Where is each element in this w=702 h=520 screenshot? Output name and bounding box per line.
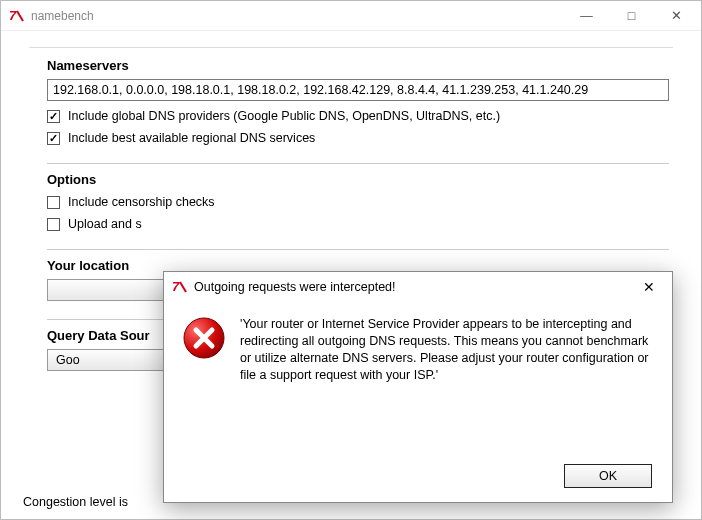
dialog-close-button[interactable]: ✕	[628, 274, 670, 300]
main-window: 7 namebench — □ ✕ Nameservers Include gl…	[0, 0, 702, 520]
upload-checkbox[interactable]	[47, 218, 60, 231]
titlebar: 7 namebench — □ ✕	[1, 1, 701, 31]
include-regional-checkbox[interactable]	[47, 132, 60, 145]
upload-label: Upload and s	[68, 217, 142, 231]
include-regional-label: Include best available regional DNS serv…	[68, 131, 315, 145]
censorship-row[interactable]: Include censorship checks	[47, 195, 669, 209]
query-data-value: Goo	[56, 353, 80, 367]
window-title: namebench	[31, 9, 564, 23]
options-heading: Options	[47, 163, 669, 187]
close-icon: ✕	[643, 279, 655, 295]
app-icon: 7	[9, 8, 25, 24]
close-button[interactable]: ✕	[654, 2, 699, 30]
include-global-row[interactable]: Include global DNS providers (Google Pub…	[47, 109, 669, 123]
dialog-footer: OK	[564, 464, 652, 488]
svg-text:7: 7	[9, 8, 17, 23]
error-dialog: 7 Outgoing requests were intercepted! ✕	[163, 271, 673, 503]
minimize-button[interactable]: —	[564, 2, 609, 30]
include-global-checkbox[interactable]	[47, 110, 60, 123]
censorship-label: Include censorship checks	[68, 195, 215, 209]
dialog-body: 'Your router or Internet Service Provide…	[164, 302, 672, 394]
censorship-checkbox[interactable]	[47, 196, 60, 209]
nameservers-input[interactable]	[47, 79, 669, 101]
location-heading: Your location	[47, 249, 669, 273]
location-dropdown[interactable]	[47, 279, 167, 301]
error-icon	[182, 316, 226, 360]
status-text: Congestion level is	[23, 495, 128, 509]
dialog-title: Outgoing requests were intercepted!	[194, 280, 628, 294]
include-regional-row[interactable]: Include best available regional DNS serv…	[47, 131, 669, 145]
upload-row[interactable]: Upload and s	[47, 217, 669, 231]
ok-button[interactable]: OK	[564, 464, 652, 488]
include-global-label: Include global DNS providers (Google Pub…	[68, 109, 500, 123]
dialog-message: 'Your router or Internet Service Provide…	[240, 316, 652, 384]
maximize-button[interactable]: □	[609, 2, 654, 30]
query-data-dropdown[interactable]: Goo	[47, 349, 167, 371]
dialog-app-icon: 7	[172, 279, 188, 295]
svg-text:7: 7	[172, 279, 180, 294]
dialog-titlebar: 7 Outgoing requests were intercepted! ✕	[164, 272, 672, 302]
nameservers-heading: Nameservers	[47, 58, 669, 73]
